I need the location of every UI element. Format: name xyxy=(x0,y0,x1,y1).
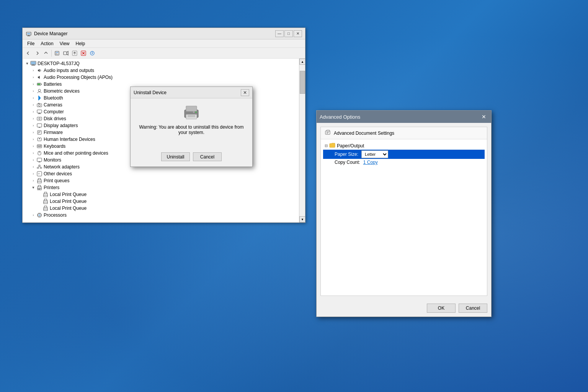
uninstall-confirm-button[interactable]: Uninstall xyxy=(161,152,190,161)
toolbar-forward-btn[interactable] xyxy=(33,49,41,57)
expander-keyboards[interactable]: › xyxy=(30,143,36,149)
expander-network[interactable]: › xyxy=(30,164,36,170)
advanced-doc-settings-header: Advanced Document Settings xyxy=(321,127,487,139)
paper-output-label: Paper/Output xyxy=(337,143,364,149)
toolbar-download-btn[interactable] xyxy=(88,49,96,57)
svg-rect-43 xyxy=(38,162,41,163)
menu-view[interactable]: View xyxy=(57,40,73,47)
advanced-options-content: Advanced Document Settings ⊟ Paper/Outpu… xyxy=(317,123,491,300)
expander-printers[interactable]: ▼ xyxy=(30,185,36,191)
svg-rect-21 xyxy=(41,84,42,85)
tree-label: Keyboards xyxy=(44,144,65,149)
close-button[interactable]: ✕ xyxy=(294,30,302,37)
list-item[interactable]: ▼ Printers xyxy=(23,184,299,191)
svg-rect-81 xyxy=(39,214,40,216)
advanced-options-title: Advanced Options xyxy=(320,114,360,120)
svg-rect-22 xyxy=(38,83,40,85)
svg-point-25 xyxy=(39,105,41,106)
scroll-up-arrow[interactable]: ▲ xyxy=(299,59,305,65)
toolbar-scan-btn[interactable] xyxy=(62,49,70,57)
uninstall-printer-icon xyxy=(182,105,201,120)
maximize-button[interactable]: □ xyxy=(284,30,293,37)
paper-output-row[interactable]: ⊟ Paper/Output xyxy=(323,142,485,150)
expander-monitors[interactable]: › xyxy=(30,157,36,163)
tree-label: Audio inputs and outputs xyxy=(44,68,94,73)
disk-icon xyxy=(36,116,42,122)
printer-folder-icon xyxy=(36,185,42,191)
advanced-options-ok-button[interactable]: OK xyxy=(427,304,456,313)
copy-count-value[interactable]: 1 Copy xyxy=(363,160,378,165)
advanced-options-close-button[interactable]: ✕ xyxy=(480,113,488,121)
scroll-track xyxy=(299,94,305,216)
uninstall-cancel-button[interactable]: Cancel xyxy=(193,152,222,161)
device-manager-title: Device Manager xyxy=(34,31,67,36)
expander-printqueues[interactable]: › xyxy=(30,178,36,184)
expander-bluetooth[interactable]: › xyxy=(30,95,36,101)
svg-line-47 xyxy=(38,166,39,167)
tree-label: Bluetooth xyxy=(44,95,63,101)
svg-rect-38 xyxy=(40,145,41,146)
list-item[interactable]: › Print queues xyxy=(23,177,299,184)
toolbar-update-btn[interactable] xyxy=(70,49,79,57)
root-expander[interactable]: ▼ xyxy=(24,60,30,67)
uninstall-warning-text: Warning: You are about to uninstall this… xyxy=(137,124,246,135)
scrollbar-thumb[interactable] xyxy=(300,71,305,94)
printer-item-icon-3 xyxy=(42,205,49,211)
titlebar-left: Device Manager xyxy=(26,31,67,37)
paper-size-select[interactable]: Letter A4 Legal xyxy=(361,150,388,158)
menu-bar: File Action View Help xyxy=(23,39,305,48)
toolbar-properties-btn[interactable] xyxy=(53,49,61,57)
tree-label: Print queues xyxy=(44,178,69,183)
expander-disk[interactable]: › xyxy=(30,116,36,122)
advanced-options-tree: ⊟ Paper/Output Paper Size: Letter A4 xyxy=(321,139,487,296)
menu-action[interactable]: Action xyxy=(38,40,56,47)
scroll-down-arrow[interactable]: ▼ xyxy=(299,216,305,222)
list-item[interactable]: › Processors xyxy=(23,212,299,219)
tree-label: Human Interface Devices xyxy=(44,137,95,142)
svg-rect-85 xyxy=(188,115,195,116)
printer-item-icon xyxy=(42,191,49,198)
menu-help[interactable]: Help xyxy=(73,40,88,47)
toolbar-uninstall-btn[interactable] xyxy=(79,49,88,57)
expander-other[interactable]: › xyxy=(30,171,36,177)
list-item[interactable]: › Local Print Queue xyxy=(23,198,299,205)
svg-rect-5 xyxy=(56,52,58,53)
svg-rect-46 xyxy=(40,167,42,168)
menu-file[interactable]: File xyxy=(24,40,38,47)
list-item[interactable]: › Local Print Queue xyxy=(23,205,299,212)
advanced-options-cancel-button[interactable]: Cancel xyxy=(459,304,487,313)
expander-processors[interactable]: › xyxy=(30,212,36,218)
tree-label: Other devices xyxy=(44,171,72,176)
expander-audio[interactable]: › xyxy=(30,67,36,74)
advanced-options-window: Advanced Options ✕ Advanced Document Set… xyxy=(316,110,492,317)
expander-computer[interactable]: › xyxy=(30,109,36,115)
uninstall-dialog-close-button[interactable]: ✕ xyxy=(241,89,249,96)
camera-icon xyxy=(36,102,42,108)
list-item[interactable]: › Audio inputs and outputs xyxy=(23,67,299,74)
expander-firmware[interactable]: › xyxy=(30,129,36,136)
list-item[interactable]: › Audio Processing Objects (APOs) xyxy=(23,74,299,81)
advanced-doc-settings-label: Advanced Document Settings xyxy=(334,131,394,136)
expander-biometric[interactable]: › xyxy=(30,88,36,94)
printqueue-icon xyxy=(36,178,42,184)
toolbar-up-btn[interactable] xyxy=(42,49,50,57)
tree-root[interactable]: ▼ DESKTOP-4L537JQ xyxy=(23,60,299,67)
toolbar-back-btn[interactable] xyxy=(24,49,33,57)
scrollbar[interactable]: ▲ ▼ xyxy=(299,59,305,222)
expander-batteries[interactable]: › xyxy=(30,81,36,87)
keyboard-icon xyxy=(36,143,42,149)
minimize-button[interactable]: — xyxy=(275,30,284,37)
tree-label: Local Print Queue xyxy=(50,199,87,204)
list-item[interactable]: › Local Print Queue xyxy=(23,191,299,198)
list-item[interactable]: › ? Other devices xyxy=(23,170,299,177)
expander-cameras[interactable]: › xyxy=(30,102,36,108)
expander-mice[interactable]: › xyxy=(30,150,36,156)
expander-hid[interactable]: › xyxy=(30,136,36,142)
paper-output-collapse-icon[interactable]: ⊟ xyxy=(325,144,328,148)
expander-display[interactable]: › xyxy=(30,122,36,129)
svg-rect-27 xyxy=(37,110,42,113)
expander-apo[interactable]: › xyxy=(30,74,36,80)
paper-size-row[interactable]: Paper Size: Letter A4 Legal xyxy=(323,150,485,159)
uninstall-dialog-title: Uninstall Device xyxy=(134,90,167,95)
svg-point-87 xyxy=(195,111,197,113)
